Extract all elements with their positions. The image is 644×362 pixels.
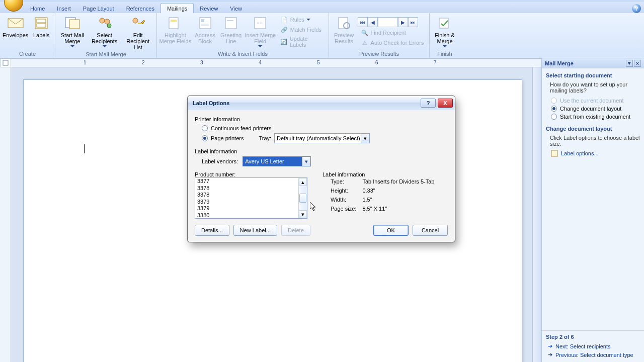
text-caret bbox=[84, 144, 85, 153]
rules-button[interactable]: 📄Rules bbox=[278, 15, 326, 24]
cancel-button[interactable]: Cancel bbox=[413, 225, 448, 236]
preview-results-button[interactable]: Preview Results bbox=[332, 14, 357, 44]
list-item[interactable]: 3377 bbox=[195, 178, 298, 185]
greeting-line-button[interactable]: Greeting Line bbox=[218, 14, 244, 44]
preview-icon bbox=[336, 15, 352, 31]
next-step-link[interactable]: ➔Next: Select recipients bbox=[546, 342, 640, 350]
product-number-list[interactable]: 3377 3378 3378 3379 3379 3380 ▴ ▾ bbox=[195, 177, 307, 219]
tab-view[interactable]: View bbox=[224, 4, 248, 13]
dialog-help-button[interactable]: ? bbox=[421, 99, 436, 108]
tray-select[interactable]: Default tray (Automatically Select)▾ bbox=[274, 133, 370, 143]
horizontal-ruler[interactable]: 1 2 3 4 5 6 7 bbox=[11, 58, 541, 67]
pane-section-change: Change document layout bbox=[546, 126, 640, 132]
pane-desc: Click Label options to choose a label si… bbox=[546, 134, 640, 149]
ruler-corner[interactable] bbox=[0, 58, 11, 67]
greeting-icon bbox=[223, 15, 239, 31]
next-record-button[interactable]: ▶ bbox=[398, 17, 408, 27]
find-recipient-button[interactable]: 🔍Find Recipient bbox=[359, 28, 426, 37]
group-label-startmm: Start Mail Merge bbox=[57, 50, 154, 58]
prev-record-button[interactable]: ◀ bbox=[368, 17, 378, 27]
label-options-icon bbox=[551, 150, 558, 157]
find-icon: 🔍 bbox=[361, 29, 369, 37]
pane-close-icon[interactable]: × bbox=[634, 60, 641, 67]
tab-review[interactable]: Review bbox=[194, 4, 224, 13]
radio-change-layout[interactable] bbox=[551, 106, 557, 112]
start-mail-merge-button[interactable]: Start Mail Merge bbox=[57, 14, 88, 48]
chevron-down-icon: ▾ bbox=[361, 134, 369, 143]
step-label: Step 2 of 6 bbox=[546, 334, 640, 340]
select-recipients-button[interactable]: Select Recipients bbox=[89, 14, 121, 48]
highlight-icon bbox=[167, 15, 183, 31]
scroll-down-icon[interactable]: ▾ bbox=[299, 210, 307, 218]
svg-point-9 bbox=[133, 18, 138, 23]
svg-point-8 bbox=[107, 24, 111, 28]
group-label-write: Write & Insert Fields bbox=[159, 50, 327, 58]
svg-marker-11 bbox=[141, 20, 145, 24]
pane-dropdown-icon[interactable]: ▾ bbox=[626, 60, 633, 67]
arrow-right-icon: ➔ bbox=[548, 343, 552, 349]
mail-merge-pane: Mail Merge ▾ × Select starting document … bbox=[541, 58, 644, 362]
delete-button: Delete bbox=[281, 225, 310, 236]
prev-step-link[interactable]: ➔Previous: Select document type bbox=[546, 350, 640, 359]
label-vendors-select[interactable]: Avery US Letter▾ bbox=[243, 156, 311, 166]
list-item[interactable]: 3380 bbox=[195, 212, 298, 218]
scroll-up-icon[interactable]: ▴ bbox=[299, 178, 307, 186]
radio-existing-doc[interactable] bbox=[551, 114, 557, 120]
auto-check-button[interactable]: ⚠Auto Check for Errors bbox=[359, 38, 426, 47]
match-fields-button[interactable]: 🔗Match Fields bbox=[278, 25, 326, 34]
finish-merge-button[interactable]: Finish & Merge bbox=[432, 14, 458, 48]
svg-rect-15 bbox=[201, 19, 204, 22]
label-info-label: Label information bbox=[195, 148, 448, 154]
mouse-cursor bbox=[310, 202, 317, 212]
updatelabels-icon: 🔄 bbox=[280, 38, 288, 46]
svg-point-6 bbox=[100, 18, 105, 23]
labels-button[interactable]: Labels bbox=[30, 14, 53, 38]
radio-page-printers[interactable] bbox=[202, 135, 208, 141]
svg-rect-25 bbox=[3, 60, 8, 65]
label-options-link[interactable]: Label options... bbox=[546, 149, 640, 158]
envelopes-button[interactable]: Envelopes bbox=[2, 14, 29, 38]
tab-references[interactable]: References bbox=[120, 4, 160, 13]
address-block-button[interactable]: Address Block bbox=[193, 14, 218, 44]
tab-home[interactable]: Home bbox=[24, 4, 51, 13]
list-item[interactable]: 3379 bbox=[195, 199, 298, 206]
ribbon-tabs: Home Insert Page Layout References Maili… bbox=[0, 2, 644, 13]
label-info-right-header: Label information bbox=[323, 171, 440, 177]
recipients-icon bbox=[97, 15, 113, 31]
edit-recipient-list-button[interactable]: Edit Recipient List bbox=[121, 14, 154, 50]
first-record-button[interactable]: ⏮ bbox=[358, 17, 368, 27]
dialog-close-button[interactable]: X bbox=[438, 99, 453, 108]
insert-merge-field-button[interactable]: «» Insert Merge Field bbox=[245, 14, 276, 48]
highlight-merge-fields-button[interactable]: Highlight Merge Fields bbox=[159, 14, 192, 44]
envelope-icon bbox=[8, 15, 24, 31]
details-button[interactable]: Details... bbox=[195, 225, 229, 236]
list-item[interactable]: 3378 bbox=[195, 185, 298, 192]
list-item[interactable]: 3378 bbox=[195, 192, 298, 199]
label-options-dialog: Label Options ? X Printer information Co… bbox=[187, 96, 455, 242]
radio-continuous-feed[interactable] bbox=[202, 125, 208, 131]
tab-mailings[interactable]: Mailings bbox=[160, 3, 194, 13]
vertical-ruler[interactable] bbox=[0, 67, 11, 362]
tab-insert[interactable]: Insert bbox=[51, 4, 77, 13]
labels-icon bbox=[33, 15, 49, 31]
addressblock-icon bbox=[197, 15, 213, 31]
svg-rect-24 bbox=[439, 18, 448, 28]
vertical-scrollbar[interactable] bbox=[532, 67, 541, 362]
arrow-left-icon: ➔ bbox=[548, 351, 552, 358]
last-record-button[interactable]: ⏭ bbox=[408, 17, 418, 27]
update-labels-button[interactable]: 🔄Update Labels bbox=[278, 35, 326, 48]
new-label-button[interactable]: New Label... bbox=[233, 225, 277, 236]
finish-icon bbox=[437, 15, 453, 31]
svg-rect-12 bbox=[169, 18, 178, 29]
svg-point-7 bbox=[105, 19, 110, 24]
list-scrollbar[interactable]: ▴ ▾ bbox=[298, 178, 307, 218]
mailmerge-icon bbox=[64, 15, 80, 31]
list-item[interactable]: 3379 bbox=[195, 205, 298, 212]
label-info-table: Type:Tab Inserts for Dividers 5-Tab Heig… bbox=[330, 177, 440, 215]
ok-button[interactable]: OK bbox=[373, 225, 409, 236]
editlist-icon bbox=[130, 15, 146, 31]
tab-page-layout[interactable]: Page Layout bbox=[77, 4, 120, 13]
group-label-create: Create bbox=[2, 50, 53, 58]
record-number-field[interactable] bbox=[378, 17, 398, 27]
help-button[interactable]: ? bbox=[632, 4, 641, 13]
